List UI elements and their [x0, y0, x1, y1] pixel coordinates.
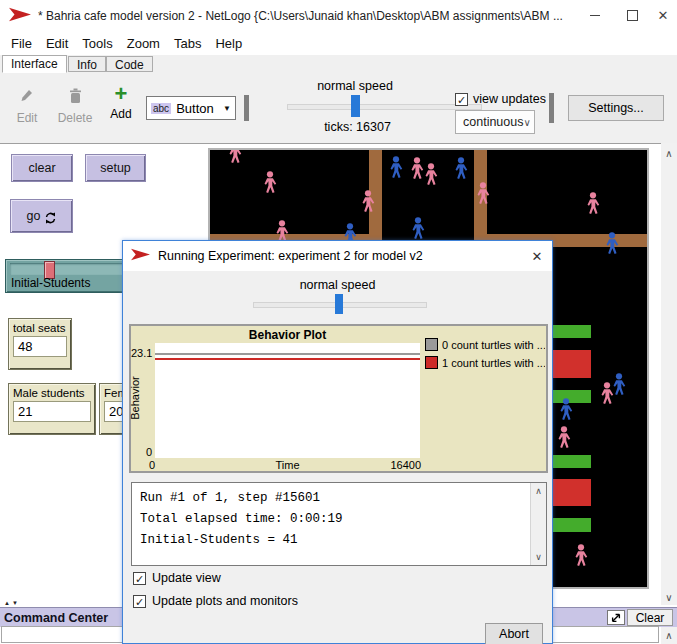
tab-info[interactable]: Info: [68, 56, 106, 72]
tab-code[interactable]: Code: [106, 56, 153, 72]
minimize-button[interactable]: [578, 0, 612, 30]
setup-button[interactable]: setup: [85, 154, 146, 182]
speed-slider-label: normal speed: [285, 79, 425, 93]
blue-student-agent: [413, 217, 425, 239]
menu-zoom[interactable]: Zoom: [120, 34, 167, 53]
update-mode-value: continuous: [463, 115, 523, 129]
menu-bar: File Edit Tools Zoom Tabs Help: [0, 32, 677, 55]
speed-slider-track[interactable]: [287, 104, 482, 110]
pink-student-agent: [588, 192, 600, 214]
dialog-speed-thumb[interactable]: [335, 294, 343, 314]
menu-file[interactable]: File: [4, 34, 39, 53]
male-students-label: Male students: [13, 387, 91, 399]
experiment-output-text: Run #1 of 1, step #15601Total elapsed ti…: [132, 483, 531, 565]
minimize-icon: [590, 15, 600, 16]
view-updates-label: view updates: [473, 92, 546, 106]
total-seats-label: total seats: [13, 322, 67, 334]
pink-student-agent: [230, 150, 242, 163]
interface-toolbar: Edit Delete + Add abc Button ▼ normal sp…: [0, 73, 677, 144]
delete-tool-button[interactable]: Delete: [52, 88, 98, 125]
pink-student-agent: [602, 382, 614, 404]
behavior-plot-panel: Behavior Plot 23.1 0 Behavior 0 Time 164…: [129, 324, 548, 473]
menu-edit[interactable]: Edit: [39, 34, 75, 53]
vertical-scrollbar[interactable]: ∧ ∨: [661, 143, 677, 605]
speed-slider-thumb[interactable]: [351, 95, 360, 117]
netlogo-logo-icon: [9, 7, 31, 25]
blue-student-agent: [614, 373, 626, 395]
scroll-up-icon[interactable]: ∧: [661, 145, 677, 161]
update-view-row: ✓ Update view: [133, 571, 221, 585]
output-scroll-down-icon[interactable]: ∨: [531, 550, 546, 564]
netlogo-logo-icon: [131, 248, 150, 264]
add-tool-label: Add: [110, 107, 131, 121]
pink-student-agent: [412, 157, 424, 179]
output-line: Total elapsed time: 0:00:19: [140, 509, 523, 530]
add-tool-button[interactable]: + Add: [104, 85, 138, 121]
update-plots-row: ✓ Update plots and monitors: [133, 594, 298, 608]
plot-area: [155, 343, 420, 458]
toolbar-separator-2: [549, 93, 554, 123]
update-plots-label: Update plots and monitors: [152, 594, 298, 608]
dialog-speed-label: normal speed: [123, 278, 552, 292]
plot-legend: 0 count turtles with ...1 count turtles …: [425, 338, 545, 374]
clear-button[interactable]: clear: [11, 154, 73, 182]
pencil-icon: [20, 88, 34, 107]
maximize-icon: [627, 10, 638, 21]
tab-interface[interactable]: Interface: [2, 55, 67, 73]
abort-button[interactable]: Abort: [485, 623, 543, 644]
widget-type-dropdown[interactable]: abc Button ▼: [146, 96, 236, 120]
plus-icon: +: [115, 85, 128, 103]
plot-title: Behavior Plot: [155, 328, 420, 342]
blue-student-agent: [456, 157, 468, 179]
forever-loop-icon: [45, 212, 56, 227]
output-line: Initial-Students = 41: [140, 530, 523, 551]
edit-tool-button[interactable]: Edit: [8, 88, 46, 125]
view-updates-checkbox[interactable]: ✓: [455, 93, 468, 106]
legend-swatch-icon: [425, 338, 438, 351]
pink-student-agent: [559, 426, 571, 448]
output-scrollbar[interactable]: ∧ ∨: [530, 483, 546, 565]
plot-series-line: [155, 353, 420, 355]
close-button[interactable]: ✕: [646, 0, 677, 30]
view-updates-row: ✓ view updates: [455, 92, 546, 106]
command-center-clear-button[interactable]: Clear: [627, 609, 673, 626]
command-center-collapse-icon[interactable]: ▲▼: [4, 600, 20, 606]
menu-tools[interactable]: Tools: [75, 34, 119, 53]
chevron-down-icon: ∨: [523, 117, 530, 128]
legend-entry: 0 count turtles with ...: [425, 338, 545, 351]
dropdown-arrow-icon: ▼: [223, 104, 231, 113]
command-center-resize-button[interactable]: [607, 610, 625, 625]
netlogo-window: * Bahria cafe model version 2 - NetLogo …: [0, 0, 677, 644]
tab-strip: Interface Info Code: [0, 55, 677, 74]
legend-label: 1 count turtles with ...: [442, 357, 545, 369]
settings-button[interactable]: Settings...: [568, 95, 664, 121]
go-button[interactable]: go: [10, 199, 73, 233]
dialog-close-button[interactable]: ✕: [522, 249, 552, 264]
edit-tool-label: Edit: [17, 111, 38, 125]
delete-tool-label: Delete: [58, 111, 93, 125]
command-center-title: Command Center: [0, 611, 108, 625]
legend-label: 0 count turtles with ...: [442, 339, 545, 351]
go-button-label: go: [27, 209, 41, 223]
update-view-checkbox[interactable]: ✓: [133, 572, 146, 585]
menu-tabs[interactable]: Tabs: [167, 34, 208, 53]
title-bar: * Bahria cafe model version 2 - NetLogo …: [0, 0, 677, 32]
menu-help[interactable]: Help: [208, 34, 249, 53]
legend-swatch-icon: [425, 356, 438, 369]
update-plots-checkbox[interactable]: ✓: [133, 595, 146, 608]
maximize-button[interactable]: [615, 0, 649, 30]
initial-students-slider-label: Initial-Students: [11, 276, 90, 290]
widget-type-value: Button: [176, 101, 223, 116]
total-seats-monitor: total seats 48: [8, 318, 72, 370]
plot-series-line: [155, 358, 420, 360]
plot-ymin-tick: 0: [131, 446, 152, 458]
plot-xmax-tick: 16400: [381, 459, 421, 471]
command-scroll-up-icon[interactable]: ∧: [661, 627, 677, 644]
experiment-output-box[interactable]: Run #1 of 1, step #15601Total elapsed ti…: [131, 482, 547, 566]
update-mode-dropdown[interactable]: continuous ∨: [455, 110, 535, 134]
output-scroll-up-icon[interactable]: ∧: [531, 484, 546, 498]
scroll-down-icon[interactable]: ∨: [661, 589, 677, 605]
toolbar-separator: [244, 95, 249, 121]
dialog-title-bar: Running Experiment: experiment 2 for mod…: [123, 241, 552, 271]
pink-student-agent: [426, 163, 438, 185]
